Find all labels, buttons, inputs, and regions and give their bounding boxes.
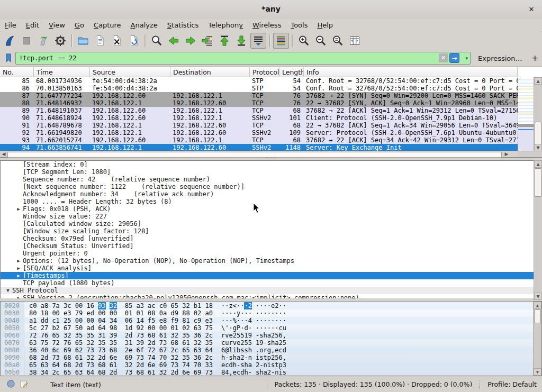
- menu-item-telephony[interactable]: Telephony: [203, 20, 248, 30]
- display-filter-input[interactable]: !tcp.port == 22 ✕ → ▾: [15, 52, 471, 65]
- hex-row-0080[interactable]: 008036 40 6c 69 62 73 73 68 2e 6f 72 67 …: [1, 347, 541, 354]
- hex-bytes[interactable]: 63 75 72 76 65 32 35 35 31 39 2d 73 68 6…: [24, 339, 213, 347]
- add-filter-button[interactable]: +: [532, 53, 539, 63]
- hex-bytes[interactable]: 65 63 64 68 2d 73 68 61 32 2d 6e 69 73 7…: [24, 361, 213, 369]
- scrollbar-thumb[interactable]: [535, 168, 541, 197]
- scroll-left-icon[interactable]: ◀: [0, 151, 7, 157]
- profile-label[interactable]: Profile: Default: [480, 380, 542, 389]
- expression-button[interactable]: Expression…: [478, 54, 522, 62]
- column-header-protocol[interactable]: Protocol: [250, 67, 279, 77]
- detail-row[interactable]: [Next sequence number: 1122 (relative se…: [1, 183, 541, 190]
- hex-row-0040[interactable]: 0040a1 dd c1 25 00 00 04 34 06 14 f5 e8 …: [1, 317, 541, 324]
- reload-file-icon[interactable]: [126, 33, 142, 49]
- detail-row[interactable]: 1000 .... = Header Length: 32 bytes (8): [1, 198, 541, 205]
- hex-row-0050[interactable]: 00505c 27 b2 67 50 ad 64 98 1d 92 00 00 …: [1, 324, 541, 332]
- colorize-icon[interactable]: [273, 33, 289, 49]
- go-to-packet-icon[interactable]: [200, 33, 215, 49]
- detail-row[interactable]: [Stream index: 0]: [1, 161, 541, 168]
- expanded-arrow-icon[interactable]: ▼: [4, 287, 12, 294]
- detail-row[interactable]: Window size value: 227: [1, 213, 541, 220]
- zoom-out-icon[interactable]: [313, 33, 329, 49]
- column-header-length[interactable]: Length: [279, 67, 304, 77]
- pane-splitter[interactable]: ······: [0, 298, 542, 300]
- detail-row[interactable]: [TCP Segment Len: 1080]: [1, 168, 541, 176]
- hex-ascii[interactable]: 6@libssh .org,ecd: [213, 347, 286, 354]
- packet-list-header[interactable]: No.TimeSourceDestinationProtocolLengthIn…: [0, 67, 518, 77]
- hex-row-0070[interactable]: 007063 75 72 76 65 32 35 35 31 39 2d 73 …: [1, 339, 541, 347]
- packet-row-93[interactable]: 9371.662015274192.168.122.60192.168.122.…: [0, 136, 518, 144]
- packet-row-88[interactable]: 8871.648146932192.168.122.1192.168.122.6…: [0, 99, 518, 107]
- detail-row[interactable]: ▼SSH Protocol: [1, 287, 541, 294]
- scroll-up-icon[interactable]: ▲: [534, 77, 542, 85]
- detail-row[interactable]: Sequence number: 42 (relative sequence n…: [1, 176, 541, 183]
- column-header-no[interactable]: No.: [0, 67, 34, 77]
- detail-row[interactable]: ▶[Timestamps]: [1, 272, 541, 279]
- packet-row-94[interactable]: 9471.663856741192.168.122.1192.168.122.6…: [0, 144, 518, 151]
- packet-row-87[interactable]: 8771.647777234192.168.122.60192.168.122.…: [0, 92, 518, 99]
- go-back-icon[interactable]: [166, 33, 182, 49]
- stop-capture-icon[interactable]: [19, 33, 34, 49]
- collapsed-arrow-icon[interactable]: ▶: [14, 257, 23, 265]
- hex-ascii[interactable]: 84,ecdh- sha2-nis: [213, 369, 286, 376]
- go-first-icon[interactable]: [216, 33, 232, 49]
- packet-row-91[interactable]: 9171.648789678192.168.122.1192.168.122.6…: [0, 122, 518, 129]
- collapsed-arrow-icon[interactable]: ▶: [14, 265, 23, 272]
- zoom-original-icon[interactable]: [330, 33, 346, 49]
- column-header-info[interactable]: Info: [304, 67, 518, 77]
- packet-row-90[interactable]: 9071.648618924192.168.122.60192.168.122.…: [0, 114, 518, 122]
- hex-row-00b0[interactable]: 00b038 34 2c 65 63 64 68 2d 73 68 61 32 …: [1, 369, 541, 376]
- hex-bytes[interactable]: 5c 27 b2 67 50 ad 64 98 1d 92 00 00 01 0…: [24, 324, 213, 332]
- title-bar[interactable]: *any ✕: [0, 0, 542, 20]
- capture-options-icon[interactable]: [52, 33, 68, 49]
- hex-row-0030[interactable]: 003080 18 00 e3 79 ed 00 00 01 01 08 0a …: [1, 309, 541, 317]
- column-header-time[interactable]: Time: [34, 67, 90, 77]
- packet-list-hscrollbar[interactable]: ◀ ▶: [0, 151, 518, 157]
- packet-row-85[interactable]: 8568.001734936fe:54:00:d4:38:2aSTP54Conf…: [0, 77, 518, 85]
- column-header-destination[interactable]: Destination: [170, 67, 250, 77]
- packet-list-vscrollbar[interactable]: ▲ ▼: [534, 77, 542, 151]
- save-file-icon[interactable]: [92, 33, 108, 49]
- filter-history-caret-icon[interactable]: ▾: [465, 56, 468, 61]
- scroll-up-icon[interactable]: ▲: [534, 160, 542, 168]
- packet-list-minimap[interactable]: [518, 77, 534, 151]
- close-icon[interactable]: ✕: [526, 4, 537, 15]
- hex-bytes[interactable]: 80 18 00 e3 79 ed 00 00 01 01 08 0a d9 8…: [24, 309, 213, 317]
- menu-item-analyze[interactable]: Analyze: [126, 20, 162, 30]
- menu-item-view[interactable]: View: [44, 20, 70, 30]
- scrollbar-thumb[interactable]: [534, 309, 541, 323]
- go-forward-icon[interactable]: [183, 33, 198, 49]
- hex-ascii[interactable]: h-sha2-n istp256,: [213, 354, 286, 361]
- auto-scroll-icon[interactable]: [250, 33, 266, 49]
- hex-bytes[interactable]: a1 dd c1 25 00 00 04 34 06 14 f5 e8 f9 8…: [24, 317, 213, 324]
- hex-bytes[interactable]: 38 34 2c 65 63 64 68 2d 73 68 61 32 2d 6…: [24, 369, 213, 376]
- collapsed-arrow-icon[interactable]: ▶: [14, 205, 23, 213]
- scroll-down-icon[interactable]: ▼: [534, 144, 542, 151]
- hex-ascii[interactable]: curve255 19-sha25: [213, 339, 286, 347]
- scroll-right-icon[interactable]: ▶: [503, 151, 510, 157]
- hex-row-0090[interactable]: 009068 2d 73 68 61 32 2d 6e 69 73 74 70 …: [1, 354, 541, 361]
- go-last-icon[interactable]: [233, 33, 249, 49]
- hex-ascii[interactable]: rve25519 -sha256,: [213, 332, 286, 339]
- menu-item-capture[interactable]: Capture: [89, 20, 126, 30]
- hex-bytes[interactable]: c0 a8 7a 3c 00 16 93 32 85 a3 ac c0 65 3…: [24, 302, 213, 309]
- hex-bytes[interactable]: 36 40 6c 69 62 73 73 68 2e 6f 72 67 2c 6…: [24, 347, 213, 354]
- packet-row-89[interactable]: 8971.648191037192.168.122.60192.168.122.…: [0, 107, 518, 114]
- detail-row[interactable]: [Calculated window size: 29056]: [1, 220, 541, 227]
- menu-item-help[interactable]: Help: [312, 20, 338, 30]
- hex-row-00a0[interactable]: 00a065 63 64 68 2d 73 68 61 32 2d 6e 69 …: [1, 361, 541, 369]
- close-file-icon[interactable]: [109, 33, 125, 49]
- detail-row[interactable]: [Window size scaling factor: 128]: [1, 227, 541, 235]
- hex-ascii[interactable]: \'·gP·d· ······cu: [213, 324, 286, 332]
- menu-item-file[interactable]: File: [0, 20, 21, 30]
- capture-comment-icon[interactable]: [20, 380, 28, 390]
- hex-ascii[interactable]: ····y··· ········: [213, 309, 286, 317]
- packet-row-86[interactable]: 8670.013850163fe:54:00:d4:38:2aSTP54Conf…: [0, 85, 518, 92]
- packet-row-92[interactable]: 9271.661949820192.168.122.1192.168.122.6…: [0, 129, 518, 136]
- zoom-in-icon[interactable]: [296, 33, 312, 49]
- detail-row[interactable]: Checksum: 0x79ed [unverified]: [1, 235, 541, 242]
- collapsed-arrow-icon[interactable]: ▶: [14, 272, 23, 279]
- hex-row-0060[interactable]: 006072 76 65 32 35 35 31 39 2d 73 68 61 …: [1, 332, 541, 339]
- hex-bytes[interactable]: 72 76 65 32 35 35 31 39 2d 73 68 61 32 3…: [24, 332, 213, 339]
- open-file-icon[interactable]: [75, 33, 91, 49]
- detail-row[interactable]: Acknowledgment number: 34 (relative ack …: [1, 190, 541, 198]
